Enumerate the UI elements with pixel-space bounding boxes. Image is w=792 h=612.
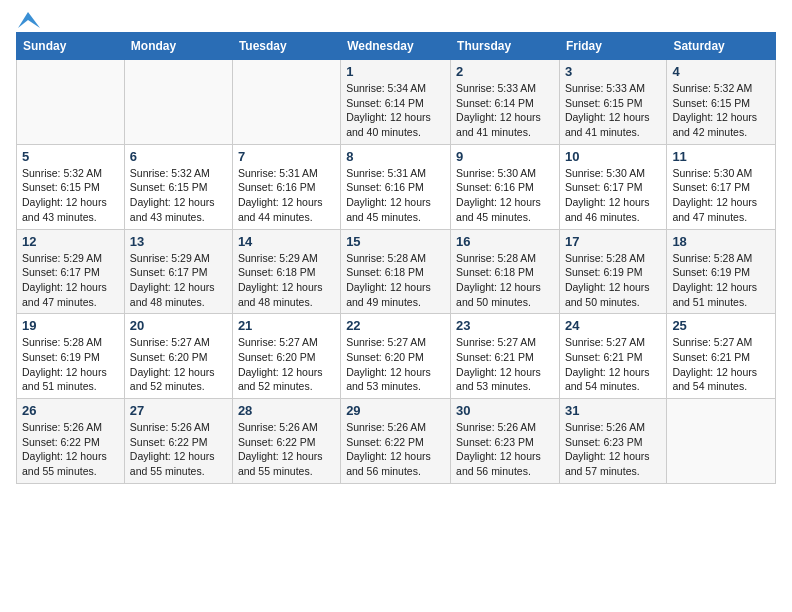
calendar-cell: 4Sunrise: 5:32 AM Sunset: 6:15 PM Daylig… (667, 60, 776, 145)
day-info: Sunrise: 5:28 AM Sunset: 6:18 PM Dayligh… (346, 251, 445, 310)
day-info: Sunrise: 5:34 AM Sunset: 6:14 PM Dayligh… (346, 81, 445, 140)
calendar-week-row: 26Sunrise: 5:26 AM Sunset: 6:22 PM Dayli… (17, 399, 776, 484)
day-number: 4 (672, 64, 770, 79)
calendar-cell: 10Sunrise: 5:30 AM Sunset: 6:17 PM Dayli… (559, 144, 666, 229)
day-number: 29 (346, 403, 445, 418)
calendar-week-row: 1Sunrise: 5:34 AM Sunset: 6:14 PM Daylig… (17, 60, 776, 145)
calendar-week-row: 5Sunrise: 5:32 AM Sunset: 6:15 PM Daylig… (17, 144, 776, 229)
day-number: 12 (22, 234, 119, 249)
day-number: 9 (456, 149, 554, 164)
day-number: 24 (565, 318, 661, 333)
calendar-cell: 1Sunrise: 5:34 AM Sunset: 6:14 PM Daylig… (341, 60, 451, 145)
day-info: Sunrise: 5:31 AM Sunset: 6:16 PM Dayligh… (346, 166, 445, 225)
calendar-cell: 8Sunrise: 5:31 AM Sunset: 6:16 PM Daylig… (341, 144, 451, 229)
day-info: Sunrise: 5:30 AM Sunset: 6:16 PM Dayligh… (456, 166, 554, 225)
calendar-cell: 2Sunrise: 5:33 AM Sunset: 6:14 PM Daylig… (451, 60, 560, 145)
calendar-cell: 31Sunrise: 5:26 AM Sunset: 6:23 PM Dayli… (559, 399, 666, 484)
logo (16, 16, 40, 24)
day-number: 31 (565, 403, 661, 418)
calendar-cell: 17Sunrise: 5:28 AM Sunset: 6:19 PM Dayli… (559, 229, 666, 314)
calendar-cell (124, 60, 232, 145)
weekday-header-friday: Friday (559, 33, 666, 60)
day-info: Sunrise: 5:29 AM Sunset: 6:17 PM Dayligh… (130, 251, 227, 310)
calendar-cell: 13Sunrise: 5:29 AM Sunset: 6:17 PM Dayli… (124, 229, 232, 314)
weekday-header-thursday: Thursday (451, 33, 560, 60)
page-header (16, 16, 776, 24)
calendar-week-row: 12Sunrise: 5:29 AM Sunset: 6:17 PM Dayli… (17, 229, 776, 314)
calendar-cell: 23Sunrise: 5:27 AM Sunset: 6:21 PM Dayli… (451, 314, 560, 399)
calendar-cell: 28Sunrise: 5:26 AM Sunset: 6:22 PM Dayli… (232, 399, 340, 484)
day-number: 26 (22, 403, 119, 418)
day-info: Sunrise: 5:30 AM Sunset: 6:17 PM Dayligh… (565, 166, 661, 225)
svg-marker-0 (18, 12, 40, 28)
calendar-header-row: SundayMondayTuesdayWednesdayThursdayFrid… (17, 33, 776, 60)
day-number: 7 (238, 149, 335, 164)
calendar-cell: 11Sunrise: 5:30 AM Sunset: 6:17 PM Dayli… (667, 144, 776, 229)
day-info: Sunrise: 5:33 AM Sunset: 6:14 PM Dayligh… (456, 81, 554, 140)
day-number: 5 (22, 149, 119, 164)
calendar-cell: 14Sunrise: 5:29 AM Sunset: 6:18 PM Dayli… (232, 229, 340, 314)
calendar-cell: 9Sunrise: 5:30 AM Sunset: 6:16 PM Daylig… (451, 144, 560, 229)
day-info: Sunrise: 5:26 AM Sunset: 6:23 PM Dayligh… (456, 420, 554, 479)
calendar-week-row: 19Sunrise: 5:28 AM Sunset: 6:19 PM Dayli… (17, 314, 776, 399)
day-number: 21 (238, 318, 335, 333)
day-info: Sunrise: 5:33 AM Sunset: 6:15 PM Dayligh… (565, 81, 661, 140)
day-info: Sunrise: 5:32 AM Sunset: 6:15 PM Dayligh… (22, 166, 119, 225)
day-info: Sunrise: 5:28 AM Sunset: 6:19 PM Dayligh… (22, 335, 119, 394)
day-info: Sunrise: 5:28 AM Sunset: 6:18 PM Dayligh… (456, 251, 554, 310)
calendar-cell: 5Sunrise: 5:32 AM Sunset: 6:15 PM Daylig… (17, 144, 125, 229)
day-number: 18 (672, 234, 770, 249)
day-info: Sunrise: 5:28 AM Sunset: 6:19 PM Dayligh… (565, 251, 661, 310)
logo-arrow-icon (18, 12, 40, 28)
calendar-cell (232, 60, 340, 145)
day-info: Sunrise: 5:26 AM Sunset: 6:22 PM Dayligh… (238, 420, 335, 479)
weekday-header-sunday: Sunday (17, 33, 125, 60)
calendar-cell (667, 399, 776, 484)
day-number: 8 (346, 149, 445, 164)
day-info: Sunrise: 5:32 AM Sunset: 6:15 PM Dayligh… (130, 166, 227, 225)
day-number: 19 (22, 318, 119, 333)
day-info: Sunrise: 5:29 AM Sunset: 6:18 PM Dayligh… (238, 251, 335, 310)
weekday-header-saturday: Saturday (667, 33, 776, 60)
day-info: Sunrise: 5:28 AM Sunset: 6:19 PM Dayligh… (672, 251, 770, 310)
day-number: 14 (238, 234, 335, 249)
calendar-cell: 27Sunrise: 5:26 AM Sunset: 6:22 PM Dayli… (124, 399, 232, 484)
calendar-cell: 26Sunrise: 5:26 AM Sunset: 6:22 PM Dayli… (17, 399, 125, 484)
day-number: 20 (130, 318, 227, 333)
day-number: 11 (672, 149, 770, 164)
day-number: 23 (456, 318, 554, 333)
calendar-cell: 7Sunrise: 5:31 AM Sunset: 6:16 PM Daylig… (232, 144, 340, 229)
calendar-table: SundayMondayTuesdayWednesdayThursdayFrid… (16, 32, 776, 484)
day-number: 6 (130, 149, 227, 164)
weekday-header-monday: Monday (124, 33, 232, 60)
calendar-cell: 22Sunrise: 5:27 AM Sunset: 6:20 PM Dayli… (341, 314, 451, 399)
day-number: 13 (130, 234, 227, 249)
day-info: Sunrise: 5:26 AM Sunset: 6:22 PM Dayligh… (346, 420, 445, 479)
day-info: Sunrise: 5:26 AM Sunset: 6:22 PM Dayligh… (130, 420, 227, 479)
day-number: 28 (238, 403, 335, 418)
calendar-cell: 19Sunrise: 5:28 AM Sunset: 6:19 PM Dayli… (17, 314, 125, 399)
day-info: Sunrise: 5:26 AM Sunset: 6:22 PM Dayligh… (22, 420, 119, 479)
calendar-cell: 6Sunrise: 5:32 AM Sunset: 6:15 PM Daylig… (124, 144, 232, 229)
day-number: 2 (456, 64, 554, 79)
day-number: 22 (346, 318, 445, 333)
calendar-cell: 21Sunrise: 5:27 AM Sunset: 6:20 PM Dayli… (232, 314, 340, 399)
day-info: Sunrise: 5:27 AM Sunset: 6:20 PM Dayligh… (238, 335, 335, 394)
day-number: 3 (565, 64, 661, 79)
day-number: 1 (346, 64, 445, 79)
day-info: Sunrise: 5:32 AM Sunset: 6:15 PM Dayligh… (672, 81, 770, 140)
day-info: Sunrise: 5:30 AM Sunset: 6:17 PM Dayligh… (672, 166, 770, 225)
day-info: Sunrise: 5:27 AM Sunset: 6:20 PM Dayligh… (346, 335, 445, 394)
weekday-header-tuesday: Tuesday (232, 33, 340, 60)
day-number: 16 (456, 234, 554, 249)
calendar-cell: 30Sunrise: 5:26 AM Sunset: 6:23 PM Dayli… (451, 399, 560, 484)
day-info: Sunrise: 5:27 AM Sunset: 6:20 PM Dayligh… (130, 335, 227, 394)
weekday-header-wednesday: Wednesday (341, 33, 451, 60)
calendar-cell (17, 60, 125, 145)
day-number: 17 (565, 234, 661, 249)
calendar-cell: 20Sunrise: 5:27 AM Sunset: 6:20 PM Dayli… (124, 314, 232, 399)
calendar-cell: 25Sunrise: 5:27 AM Sunset: 6:21 PM Dayli… (667, 314, 776, 399)
calendar-cell: 18Sunrise: 5:28 AM Sunset: 6:19 PM Dayli… (667, 229, 776, 314)
day-info: Sunrise: 5:31 AM Sunset: 6:16 PM Dayligh… (238, 166, 335, 225)
calendar-cell: 29Sunrise: 5:26 AM Sunset: 6:22 PM Dayli… (341, 399, 451, 484)
